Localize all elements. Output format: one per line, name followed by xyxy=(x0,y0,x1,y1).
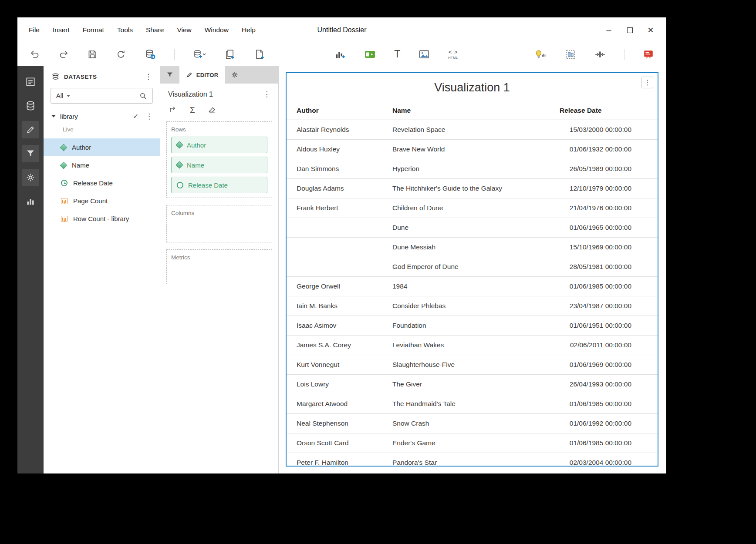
dataset-search-box[interactable]: All xyxy=(51,88,153,104)
viz-table-row[interactable]: Alastair Reynolds Revelation Space 15/03… xyxy=(287,120,658,140)
window-controls: – × xyxy=(604,26,655,34)
viz-table-row[interactable]: Dune Messiah 15/10/1969 00:00:00 xyxy=(287,238,658,257)
dataset-field[interactable]: Page Count xyxy=(44,192,160,210)
expander-icon[interactable] xyxy=(51,115,56,118)
dataset-name: library xyxy=(60,113,78,120)
tab-settings[interactable] xyxy=(225,66,245,84)
viz-table-row[interactable]: Frank Herbert Children of Dune 21/04/197… xyxy=(287,198,658,218)
tab-editor[interactable]: EDITOR xyxy=(179,66,225,84)
visualizations-panel-button[interactable] xyxy=(22,193,39,210)
editor-row-chip[interactable]: Name xyxy=(171,157,267,173)
menu-item[interactable]: Help xyxy=(242,26,256,34)
menu-item[interactable]: View xyxy=(177,26,191,34)
viz-table-row[interactable]: Orson Scott Card Ender's Game 01/06/1985… xyxy=(287,433,658,453)
viz-cell-name: The Handmaid's Tale xyxy=(392,400,560,408)
settings-panel-button[interactable] xyxy=(22,169,39,186)
viz-table-row[interactable]: Peter F. Hamilton Pandora's Star 02/03/2… xyxy=(287,453,658,467)
refresh-icon xyxy=(116,49,126,60)
contents-panel-button[interactable] xyxy=(22,73,39,91)
viz-cell-release-date: 01/06/1985 00:00:00 xyxy=(560,439,631,447)
editor-row-chip[interactable]: Author xyxy=(171,137,267,153)
datasets-panel-button[interactable] xyxy=(22,97,39,114)
new-page-button[interactable] xyxy=(224,49,236,60)
add-data-button[interactable] xyxy=(193,49,206,60)
add-text-button[interactable]: T xyxy=(394,49,400,59)
viz-table-row[interactable]: Aldous Huxley Brave New World 01/06/1932… xyxy=(287,140,658,159)
new-chapter-button[interactable] xyxy=(254,49,265,60)
tab-filter[interactable] xyxy=(160,66,179,84)
group-elements-button[interactable] xyxy=(565,49,576,60)
editor-panel-button[interactable] xyxy=(22,121,39,138)
viz-cell-release-date: 28/05/1981 00:00:00 xyxy=(560,263,631,271)
funnel-icon xyxy=(25,148,36,159)
menu-item[interactable]: Insert xyxy=(53,26,70,34)
menu-item[interactable]: Tools xyxy=(117,26,133,34)
toolbar-center-group: T < > HTML xyxy=(334,49,458,60)
maximize-button[interactable] xyxy=(625,26,634,34)
viz-table-row[interactable]: Neal Stephenson Snow Crash 01/06/1992 00… xyxy=(287,414,658,433)
add-image-button[interactable] xyxy=(418,49,430,60)
eraser-button[interactable] xyxy=(207,105,217,114)
dataset-search-filter[interactable]: All xyxy=(56,92,63,99)
rows-drop-zone[interactable]: Rows Author Name Release Date xyxy=(166,121,272,198)
viz-table-row[interactable]: James S.A. Corey Leviathan Wakes 02/06/2… xyxy=(287,336,658,355)
columns-drop-zone[interactable]: Columns xyxy=(166,205,272,242)
search-button[interactable] xyxy=(139,92,147,100)
close-button[interactable]: × xyxy=(646,26,655,34)
sigma-button[interactable]: Σ xyxy=(190,106,195,114)
dataset-item-menu-button[interactable]: ⋮ xyxy=(143,112,155,121)
viz-table-row[interactable]: George Orwell 1984 01/06/1985 00:00:00 xyxy=(287,277,658,296)
editor-row-chip[interactable]: Release Date xyxy=(171,177,267,193)
redo-icon xyxy=(58,49,69,60)
date-icon xyxy=(177,182,183,188)
swap-axes-button[interactable] xyxy=(168,105,178,114)
dataset-tree-item[interactable]: library ✓ ⋮ xyxy=(44,109,160,124)
dataset-field[interactable]: Row Count - library xyxy=(44,210,160,228)
viz-cell-name: Pandora's Star xyxy=(392,459,560,467)
chip-label: Name xyxy=(187,161,204,169)
attribute-icon xyxy=(60,161,68,169)
viz-table-row[interactable]: God Emperor of Dune 28/05/1981 00:00:00 xyxy=(287,257,658,277)
viz-table-row[interactable]: Isaac Asimov Foundation 01/06/1951 00:00… xyxy=(287,316,658,336)
dataset-status-button[interactable] xyxy=(145,49,156,60)
funnel-icon xyxy=(166,71,174,79)
add-selector-button[interactable] xyxy=(364,49,376,60)
visualization-container[interactable]: ⋮ Visualization 1 AuthorNameRelease Date… xyxy=(286,72,658,467)
viz-table-row[interactable]: Douglas Adams The Hitchhiker's Guide to … xyxy=(287,179,658,198)
menu-item[interactable]: File xyxy=(29,26,40,34)
viz-table-row[interactable]: Dune 01/06/1965 00:00:00 xyxy=(287,218,658,238)
refresh-button[interactable] xyxy=(116,49,126,60)
menu-item[interactable]: Format xyxy=(83,26,104,34)
menu-item[interactable]: Window xyxy=(205,26,229,34)
add-html-button[interactable]: < > HTML xyxy=(448,49,458,60)
dataset-field[interactable]: Release Date xyxy=(44,174,160,192)
viz-table-row[interactable]: Lois Lowry The Giver 26/04/1993 00:00:00 xyxy=(287,375,658,394)
metrics-zone-label: Metrics xyxy=(171,254,267,261)
metric-icon xyxy=(61,198,68,204)
viz-table-row[interactable]: Dan Simmons Hyperion 26/05/1989 00:00:00 xyxy=(287,159,658,179)
metrics-drop-zone[interactable]: Metrics xyxy=(166,249,272,284)
viz-table-row[interactable]: Margaret Atwood The Handmaid's Tale 01/0… xyxy=(287,394,658,414)
dataset-field[interactable]: Author xyxy=(44,138,160,156)
titlebar: FileInsertFormatToolsShareViewWindowHelp… xyxy=(17,17,666,43)
viz-cell-release-date: 01/06/1932 00:00:00 xyxy=(560,145,631,153)
editor-visualization-menu-button[interactable]: ⋮ xyxy=(260,90,273,99)
visualization-menu-button[interactable]: ⋮ xyxy=(641,77,653,88)
dataset-field[interactable]: Name xyxy=(44,156,160,174)
datasets-menu-button[interactable]: ⋮ xyxy=(142,72,155,81)
add-visualization-button[interactable] xyxy=(334,49,346,60)
snap-align-button[interactable] xyxy=(594,49,606,60)
visualization-title: Visualization 1 xyxy=(287,73,658,95)
redo-button[interactable] xyxy=(58,49,69,60)
menu-item[interactable]: Share xyxy=(146,26,164,34)
viz-table-row[interactable]: Iain M. Banks Consider Phlebas 23/04/198… xyxy=(287,296,658,316)
undo-button[interactable] xyxy=(30,49,40,60)
minimize-button[interactable]: – xyxy=(604,26,613,34)
insights-bulb-icon xyxy=(534,49,547,60)
filter-panel-button[interactable] xyxy=(22,145,39,162)
save-button[interactable] xyxy=(87,49,98,60)
insights-button[interactable] xyxy=(534,49,547,60)
viz-table-row[interactable]: Kurt Vonnegut Slaughterhouse-Five 01/06/… xyxy=(287,355,658,375)
viz-cell-release-date: 23/04/1987 00:00:00 xyxy=(560,302,631,310)
present-button[interactable] xyxy=(643,49,654,60)
